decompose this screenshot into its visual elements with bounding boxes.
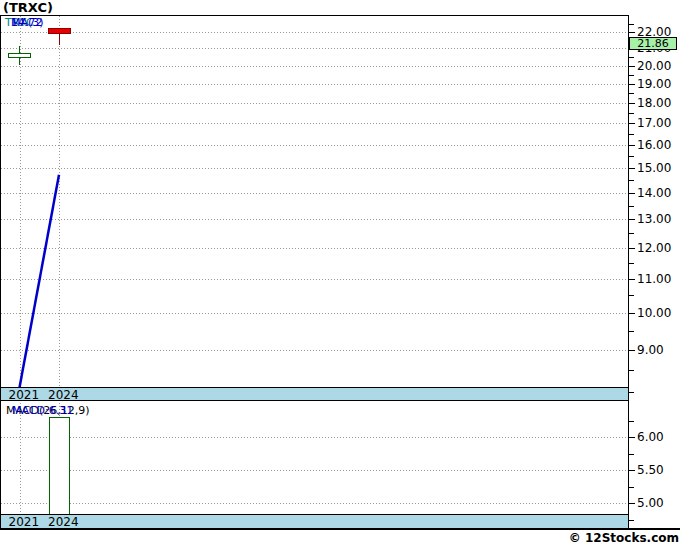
macd-legend-value: MACD:6.31	[12, 404, 73, 417]
y-tick-label: 6.00	[637, 430, 664, 444]
y-tick-minor	[628, 156, 634, 157]
y-tick-minor	[628, 233, 634, 234]
x-tick-label: 2021	[9, 389, 40, 402]
y-tick-label: 18.00	[637, 96, 671, 110]
y-tick-label: 15.00	[637, 161, 671, 175]
y-tick-label: 11.00	[637, 272, 671, 286]
y-tick-minor	[628, 263, 634, 264]
y-tick-label: 16.00	[637, 138, 671, 152]
y-tick-minor	[628, 503, 634, 504]
y-tick-minor	[628, 520, 634, 521]
y-tick-label: 5.00	[637, 496, 664, 510]
y-tick-minor	[628, 421, 634, 422]
y-tick-minor	[628, 84, 634, 85]
y-tick-minor	[628, 350, 634, 351]
y-tick-label: 12.00	[637, 241, 671, 255]
y-tick-minor	[628, 313, 634, 314]
y-tick-label: 19.00	[637, 77, 671, 91]
y-tick-minor	[628, 145, 634, 146]
y-tick-minor	[628, 392, 634, 393]
x-tick-label: 2024	[48, 389, 79, 402]
y-tick-minor	[628, 134, 634, 135]
y-tick-label: 5.50	[637, 463, 664, 477]
y-tick-minor	[628, 32, 634, 33]
y-tick-minor	[628, 66, 634, 67]
y-tick-minor	[628, 248, 634, 249]
y-tick-minor	[628, 206, 634, 207]
y-tick-minor	[628, 437, 634, 438]
y-tick-minor	[628, 75, 634, 76]
watermark: © 12Stocks.com	[569, 531, 679, 546]
y-tick-label: 17.00	[637, 116, 671, 130]
y-tick-label: 9.00	[637, 343, 664, 357]
y-tick-label: 13.00	[637, 212, 671, 226]
y-tick-minor	[628, 219, 634, 220]
y-tick-minor	[628, 454, 634, 455]
y-tick-label: 10.00	[637, 306, 671, 320]
y-tick-minor	[628, 331, 634, 332]
stock-chart-page: (TRXC) 22.0021.0020.0019.0018.0017.0016.…	[0, 0, 680, 546]
y-tick-minor	[628, 103, 634, 104]
y-tick-minor	[628, 24, 634, 25]
y-tick-minor	[628, 370, 634, 371]
y-tick-minor	[628, 193, 634, 194]
axis-layer: 22.0021.0020.0019.0018.0017.0016.0015.00…	[0, 0, 680, 546]
y-tick-label: 20.00	[637, 59, 671, 73]
y-tick-minor	[628, 279, 634, 280]
y-tick-minor	[628, 123, 634, 124]
y-tick-minor	[628, 180, 634, 181]
y-tick-minor	[628, 487, 634, 488]
y-tick-minor	[628, 168, 634, 169]
legend-ma-value: 14.72	[11, 16, 43, 29]
y-tick-minor	[628, 113, 634, 114]
y-tick-label: 14.00	[637, 186, 671, 200]
x-tick-label: 2021	[9, 516, 40, 529]
x-tick-label: 2024	[48, 516, 79, 529]
y-tick-minor	[628, 470, 634, 471]
y-tick-minor	[628, 57, 634, 58]
y-tick-minor	[628, 295, 634, 296]
last-price-box: 21.86	[629, 37, 677, 50]
y-tick-minor	[628, 93, 634, 94]
